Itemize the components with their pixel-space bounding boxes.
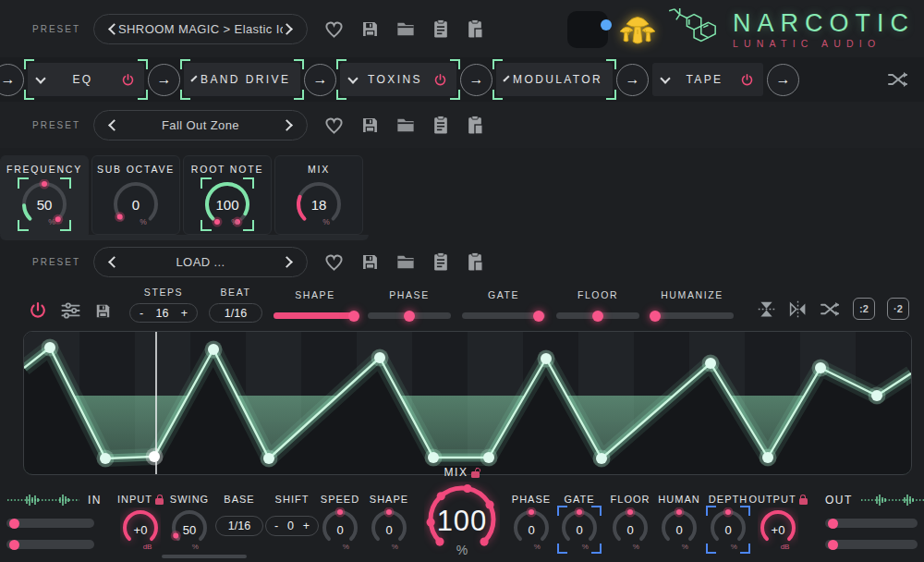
slider-handle[interactable] [828,540,838,550]
root-note-knob[interactable]: 100 % [202,179,252,229]
module-eq[interactable]: EQ [28,63,144,96]
preset-name[interactable]: SHROOM MAGIC > Elastic Ice [118,22,283,36]
output-gain-knob[interactable]: +0 dB [758,507,798,552]
speed-knob[interactable]: 0 % [320,507,360,552]
module-toxins[interactable]: TOXINS [340,63,456,96]
paste-icon[interactable] [466,115,484,135]
module-modulator[interactable]: MODULATOR [496,63,613,96]
lock-icon[interactable] [155,495,164,505]
flip-horizontal-icon[interactable] [788,299,808,319]
module-name[interactable]: TAPE [675,73,735,86]
favorite-heart-icon[interactable] [323,19,345,39]
steps-minus-button[interactable]: - [140,307,143,320]
slider-handle[interactable] [404,311,415,322]
module-name[interactable]: EQ [50,73,116,86]
param-tab-sub-octave[interactable]: SUB OCTAVE 0 % [91,155,180,235]
preset-selector[interactable]: SHROOM MAGIC > Elastic Ice [93,14,308,44]
chain-arrow-icon[interactable]: → [616,64,649,96]
power-icon[interactable] [433,73,447,87]
module-band-drive[interactable]: BAND DRIVE [184,63,300,96]
double-steps-button[interactable]: ·2 [887,298,909,320]
shift-stepper[interactable]: - 0 + [265,516,319,536]
output-slider-2[interactable] [825,540,918,549]
input-gain-knob[interactable]: +0 dB [120,507,161,552]
mix-knob[interactable]: 18 % [294,179,344,229]
save-icon[interactable] [360,19,380,39]
floor-knob[interactable]: 0 % [610,507,650,552]
shift-plus-button[interactable]: + [303,519,310,532]
humanize-slider[interactable] [650,312,734,319]
chain-arrow-icon[interactable]: → [460,64,492,96]
slider-handle[interactable] [592,311,603,322]
chain-arrow-icon[interactable]: → [0,64,24,96]
slider-handle[interactable] [348,311,359,322]
sub-octave-knob[interactable]: 0 % [111,179,161,229]
favorite-heart-icon[interactable] [323,116,345,135]
depth-knob[interactable]: 0 % [708,507,748,552]
module-collapse-icon[interactable] [190,75,197,81]
frequency-knob[interactable]: 50 % [19,179,69,229]
paste-icon[interactable] [466,251,484,272]
module-name[interactable]: MODULATOR [513,73,602,86]
half-steps-button[interactable]: :2 [853,298,875,320]
slider-handle[interactable] [650,311,661,322]
power-icon[interactable] [740,73,754,87]
param-tab-root-note[interactable]: ROOT NOTE 100 % [183,155,272,235]
module-name[interactable]: TOXINS [362,73,428,86]
preset-name[interactable]: Fall Out Zone [118,118,283,132]
module-tape[interactable]: TAPE [652,63,763,96]
folder-icon[interactable] [395,116,416,134]
randomize-shuffle-icon[interactable] [820,300,841,318]
next-preset-icon[interactable] [281,119,293,131]
human-knob[interactable]: 0 % [659,507,699,552]
slider-handle[interactable] [533,311,544,322]
power-icon[interactable] [121,73,135,87]
slider-handle[interactable] [828,519,838,529]
next-preset-icon[interactable] [281,256,293,268]
sequencer-save-icon[interactable] [94,302,112,320]
folder-icon[interactable] [395,19,416,38]
module-preset-selector[interactable]: Fall Out Zone [93,110,308,140]
flip-vertical-icon[interactable] [757,299,776,319]
steps-stepper[interactable]: - 16 + [129,303,198,323]
slider-handle[interactable] [9,519,19,529]
phase-knob[interactable]: 0 % [511,507,552,552]
lock-icon[interactable] [799,495,808,505]
base-selector[interactable]: 1/16 [215,516,263,536]
chain-shuffle-icon[interactable] [887,70,909,89]
folder-icon[interactable] [395,252,416,271]
shape-knob[interactable]: 0 % [369,507,409,552]
output-slider-1[interactable] [825,519,918,528]
lock-open-icon[interactable] [471,468,480,478]
slider-handle[interactable] [9,540,19,550]
module-collapse-icon[interactable] [347,73,358,83]
sequence-preset-selector[interactable]: LOAD ... [93,247,308,277]
shape-slider[interactable] [274,312,357,319]
favorite-heart-icon[interactable] [323,252,345,272]
sequencer-power-icon[interactable] [29,301,47,320]
gate-knob[interactable]: 0 % [559,507,600,552]
chain-arrow-icon[interactable]: → [767,64,799,96]
paste-icon[interactable] [466,18,484,39]
chain-arrow-icon[interactable]: → [304,64,336,96]
param-tab-frequency[interactable]: FREQUENCY 50 % [0,155,89,235]
copy-icon[interactable] [432,115,450,135]
beat-selector[interactable]: 1/16 [209,303,262,323]
module-collapse-icon[interactable] [35,73,45,83]
save-icon[interactable] [360,116,380,135]
bypass-toggle[interactable] [567,11,608,48]
steps-plus-button[interactable]: + [181,307,188,320]
save-icon[interactable] [360,252,380,272]
shift-minus-button[interactable]: - [274,519,278,532]
bottom-scrollbar[interactable] [162,555,247,558]
chain-arrow-icon[interactable]: → [148,64,180,96]
mix-big-knob[interactable]: 100 % [424,482,500,561]
sequencer-settings-icon[interactable] [60,301,81,320]
module-name[interactable]: BAND DRIVE [201,73,290,86]
gate-slider[interactable] [462,312,545,319]
step-sequencer-display[interactable] [23,331,912,475]
input-slider-2[interactable] [6,540,94,549]
mushroom-logo-icon[interactable] [616,9,659,50]
preset-name[interactable]: LOAD ... [118,255,283,269]
module-collapse-icon[interactable] [660,73,670,83]
